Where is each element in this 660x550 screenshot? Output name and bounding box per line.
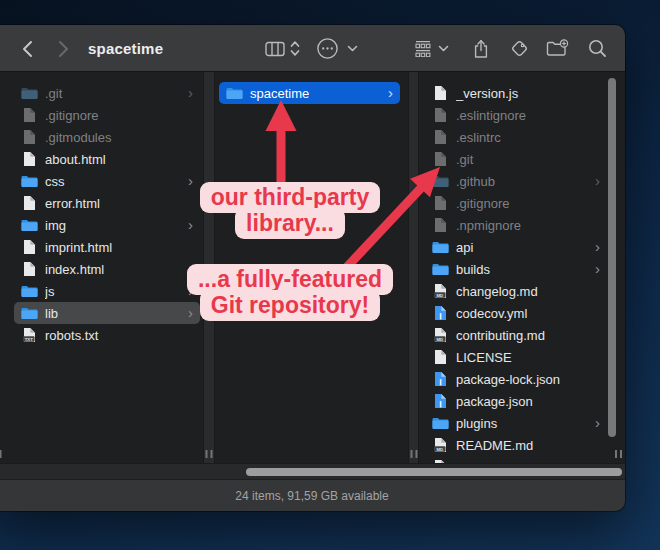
folder-item-plugins[interactable]: plugins› [425,412,607,434]
column-resize-handle[interactable] [206,450,213,458]
item-label: .npmignore [456,218,600,233]
item-label: README.md [456,438,600,453]
tag-icon [509,38,530,59]
column-resize-handle[interactable] [410,450,417,458]
file-item-package.json[interactable]: ❙package.json [425,390,607,412]
folder-item-spacetime[interactable]: spacetime› [219,82,400,104]
more-actions-button[interactable] [316,25,339,72]
item-label: .git [45,86,188,101]
file-icon: ❙ [432,371,449,387]
file-item-.npmignore[interactable]: .npmignore [425,214,607,236]
chevron-right-icon: › [188,85,193,102]
column-resize-handle[interactable] [0,450,2,458]
file-icon [21,151,38,167]
file-item-.eslintrc[interactable]: .eslintrc [425,126,607,148]
file-item-changelog.md[interactable]: MDchangelog.md [425,280,607,302]
group-by-chevron[interactable] [438,25,449,72]
file-item-LICENSE[interactable]: LICENSE [425,346,607,368]
file-item-about.html[interactable]: about.html [14,148,200,170]
file-icon [432,217,449,233]
file-icon [21,129,38,145]
annotation-third-party-library: our third-party library... [150,182,430,239]
folder-item-.github[interactable]: .github› [425,170,607,192]
svg-text:MD: MD [436,293,443,298]
item-label: contributing.md [456,328,600,343]
folder-icon [21,285,38,298]
item-label: api [456,240,595,255]
file-item-robots.txt[interactable]: TXTrobots.txt [14,324,200,346]
file-item-_version.js[interactable]: _version.js [425,82,607,104]
back-button[interactable] [22,25,33,72]
chevron-right-icon: › [595,261,600,278]
file-item-.git[interactable]: .git [425,148,607,170]
ellipsis-circle-icon [316,37,339,60]
file-item-.gitignore[interactable]: .gitignore [425,192,607,214]
search-button[interactable] [588,25,607,72]
finder-column-preview: _version.js.eslintignore.eslintrc.git.gi… [419,72,625,463]
chevron-right-icon: › [388,85,393,102]
item-label: package.json [456,394,600,409]
chevron-right-icon: › [595,239,600,256]
file-icon: TXT [21,327,38,343]
status-bar: 24 items, 91,59 GB available [0,479,625,511]
file-icon [21,107,38,123]
svg-text:MD: MD [436,447,443,452]
svg-text:❙: ❙ [438,313,443,320]
item-label: package-lock.json [456,372,600,387]
file-item-rollup.config.js[interactable]: rollup.config.js [425,456,607,463]
item-label: plugins [456,416,595,431]
new-folder-button[interactable] [546,25,569,72]
svg-text:TXT: TXT [25,337,33,342]
folder-icon [21,87,38,100]
horizontal-scrollbar-track[interactable] [0,463,625,479]
folder-item-builds[interactable]: builds› [425,258,607,280]
item-label: LICENSE [456,350,600,365]
chevron-right-icon: › [595,415,600,432]
toolbar: spacetime [0,25,625,72]
up-down-chevrons-icon [290,40,300,57]
file-icon [21,261,38,277]
status-text: 24 items, 91,59 GB available [235,489,388,503]
share-button[interactable] [473,25,489,72]
folder-icon [432,417,449,430]
folder-icon [21,175,38,188]
file-item-contributing.md[interactable]: MDcontributing.md [425,324,607,346]
file-item-codecov.yml[interactable]: ❙codecov.yml [425,302,607,324]
item-label: _version.js [456,86,600,101]
file-icon [432,195,449,211]
view-mode-button[interactable] [265,25,285,72]
svg-text:❙: ❙ [438,401,443,408]
file-item-README.md[interactable]: MDREADME.md [425,434,607,456]
item-label: .eslintrc [456,130,600,145]
forward-button[interactable] [58,25,69,72]
column-resize-handle[interactable] [615,450,622,458]
file-item-.gitignore[interactable]: .gitignore [14,104,200,126]
chevron-right-icon [58,40,69,58]
group-by-button[interactable] [413,25,433,72]
item-label: codecov.yml [456,306,600,321]
folder-item-.git[interactable]: .git› [14,82,200,104]
folder-icon [432,241,449,254]
view-switcher-button[interactable] [290,25,300,72]
file-item-imprint.html[interactable]: imprint.html [14,236,200,258]
more-actions-chevron[interactable] [347,25,358,72]
folder-icon [226,87,243,100]
horizontal-scrollbar-thumb[interactable] [246,468,622,476]
file-icon: ❙ [432,393,449,409]
item-label: .gitmodules [45,130,193,145]
item-label: imprint.html [45,240,193,255]
search-icon [588,39,607,58]
file-item-.eslintignore[interactable]: .eslintignore [425,104,607,126]
vertical-scrollbar[interactable] [608,78,616,437]
svg-text:MD: MD [436,337,443,342]
file-item-.gitmodules[interactable]: .gitmodules [14,126,200,148]
file-icon [432,151,449,167]
folder-icon [432,175,449,188]
item-label: .github [456,174,595,189]
folder-item-api[interactable]: api› [425,236,607,258]
file-item-package-lock.json[interactable]: ❙package-lock.json [425,368,607,390]
tag-button[interactable] [509,25,530,72]
item-label: robots.txt [45,328,193,343]
item-label: .eslintignore [456,108,600,123]
file-icon [432,107,449,123]
